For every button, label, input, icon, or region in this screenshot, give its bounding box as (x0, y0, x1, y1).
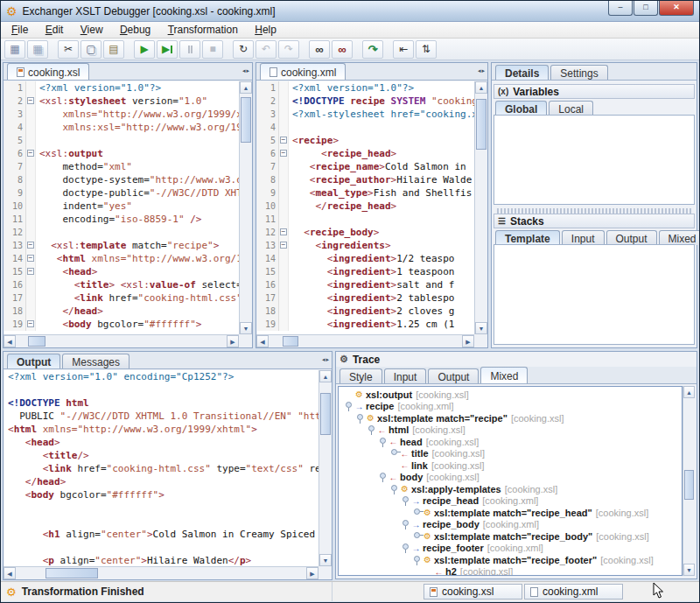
menu-help[interactable]: Help (248, 22, 284, 38)
code-line[interactable]: 4 xmlns:xsl="http://www.w3.org/1999 (4, 121, 239, 134)
tab-trace-input[interactable]: Input (384, 368, 427, 383)
restart-icon[interactable]: ↻ (233, 40, 254, 59)
code-line[interactable]: 1<?xml version="1.0"?> (257, 81, 474, 95)
scroll-left-arrow[interactable]: ◀ (256, 335, 269, 347)
trace-row[interactable]: →recipe_head[cooking.xml] (339, 495, 682, 508)
tab-cooking-xml[interactable]: cooking.xml (260, 63, 346, 80)
trace-row[interactable]: ←body[cooking.xsl] (339, 472, 682, 484)
code-line[interactable]: 19 <ingredient>1.25 cm (1 (257, 318, 474, 331)
stacks-list[interactable] (494, 244, 695, 345)
trace-row[interactable]: ←head[cooking.xsl] (339, 436, 682, 448)
code-line[interactable]: 6−<xsl:output (4, 147, 239, 160)
code-line[interactable]: 14 <ingredient>1/2 teaspo (257, 252, 474, 265)
code-line[interactable]: 16 <ingredient>salt and f (257, 278, 474, 291)
tree-toggle[interactable] (378, 472, 388, 482)
code-line[interactable]: <?xml version="1.0" encoding="Cp1252"?> (4, 370, 318, 383)
tab-messages[interactable]: Messages (62, 354, 130, 368)
code-line[interactable]: <link href="cooking-html.css" type="text… (4, 462, 318, 475)
code-line[interactable]: <title/> (4, 449, 318, 462)
fold-toggle[interactable]: − (26, 239, 36, 252)
tab-stack-mixed[interactable]: Mixed (659, 230, 700, 245)
trace-row[interactable]: ⚙xsl:apply-templates[cooking.xsl] (339, 483, 682, 495)
code-line[interactable]: <head> (4, 436, 318, 449)
trace-row[interactable]: →recipe_footer[cooking.xml] (339, 543, 682, 555)
trace-vertical-scrollbar[interactable]: ▲ ▼ (682, 386, 695, 576)
code-line[interactable]: 11 (257, 213, 474, 226)
code-line[interactable]: <html xmlns="http://www.w3.org/1999/xhtm… (4, 423, 318, 436)
code-line[interactable]: </head> (4, 475, 318, 488)
fold-toggle[interactable]: − (279, 134, 289, 147)
docbar-cooking-xml[interactable]: cooking.xml (524, 584, 623, 599)
code-line[interactable]: 16 <title> <xsl:value-of select= (4, 278, 239, 291)
code-line[interactable]: 7 method="xml" (4, 160, 239, 173)
code-line[interactable] (4, 515, 318, 528)
goto-icon[interactable]: ⇤ (393, 40, 414, 59)
code-line[interactable]: 12− <recipe_body> (257, 226, 474, 239)
fold-toggle[interactable]: − (279, 147, 289, 160)
fold-toggle[interactable]: − (26, 252, 36, 265)
fold-toggle[interactable]: − (26, 318, 36, 331)
menu-edit[interactable]: Edit (38, 22, 71, 38)
tree-toggle[interactable] (401, 543, 410, 553)
tab-details[interactable]: Details (495, 65, 549, 80)
variables-list[interactable] (494, 115, 695, 205)
tab-style[interactable]: Style (340, 368, 382, 383)
scroll-left-arrow[interactable]: ◀ (4, 335, 16, 347)
minimize-button[interactable]: – (608, 1, 633, 16)
find-trace-icon[interactable]: ∞ (332, 40, 353, 59)
code-line[interactable]: 9 doctype-public="-//W3C//DTD XHTM (4, 186, 239, 200)
code-line[interactable]: 4 (257, 121, 474, 134)
code-line[interactable] (4, 501, 318, 515)
scroll-up-arrow[interactable]: ▲ (240, 81, 252, 94)
code-line[interactable]: 5−<recipe> (257, 134, 474, 147)
code-line[interactable]: <body bgcolor="#ffffff"> (4, 488, 318, 501)
scroll-right-arrow[interactable]: ▶ (227, 335, 239, 347)
code-line[interactable]: PUBLIC "-//W3C//DTD XHTML 1.0 Transition… (4, 410, 318, 423)
stop-icon[interactable]: ■ (202, 40, 223, 59)
output-vertical-scrollbar[interactable]: ▲ ▼ (318, 370, 332, 566)
tab-scroll-arrows[interactable]: ◂▸ (478, 67, 486, 74)
code-line[interactable]: 10 indent="yes" (4, 200, 239, 213)
code-line[interactable]: 6− <recipe_head> (257, 147, 474, 160)
menu-debug[interactable]: Debug (113, 22, 158, 38)
synchronize-icon[interactable]: ⇅ (416, 40, 437, 59)
tree-toggle[interactable] (389, 484, 399, 494)
scroll-up-arrow[interactable]: ▲ (319, 370, 332, 382)
code-line[interactable]: 14− <html xmlns="http://www.w3.org/1 (4, 252, 239, 265)
tree-toggle[interactable] (344, 401, 354, 411)
code-line[interactable]: <!DOCTYPE html (4, 396, 318, 410)
code-line[interactable]: 2<!DOCTYPE recipe SYSTEM "cooking (257, 95, 474, 108)
code-line[interactable]: 11 encoding="iso-8859-1" /> (4, 213, 239, 226)
scroll-right-arrow[interactable]: ▶ (306, 567, 318, 579)
paste-icon[interactable]: ▤ (103, 40, 124, 59)
menu-view[interactable]: View (74, 22, 110, 38)
code-line[interactable]: <h1 align="center">Cold Salmon in Creamy… (4, 528, 318, 541)
code-line[interactable]: 15− <head> (4, 265, 239, 278)
code-line[interactable]: 13− <xsl:template match="recipe"> (4, 239, 239, 252)
tree-toggle[interactable] (412, 508, 422, 518)
code-line[interactable]: 13− <ingredients> (257, 239, 474, 252)
scrollbar-thumb[interactable] (46, 568, 98, 578)
scroll-up-arrow[interactable]: ▲ (475, 81, 487, 94)
xsl-code-editor[interactable]: 1<?xml version="1.0"?>2−<xsl:stylesheet … (4, 81, 239, 334)
trace-row[interactable]: ⚙xsl:template match="recipe"[cooking.xsl… (339, 412, 682, 424)
scrollbar-thumb[interactable] (684, 470, 694, 500)
tree-toggle[interactable] (378, 437, 388, 447)
scroll-right-arrow[interactable]: ▶ (462, 335, 474, 347)
run-to-end-icon[interactable]: ▶ (157, 40, 178, 59)
code-line[interactable] (4, 383, 318, 396)
docbar-cooking-xsl[interactable]: cooking.xsl (424, 584, 522, 599)
trace-row[interactable]: ⚙xsl:template match="recipe_body"[cookin… (339, 530, 682, 543)
trace-row[interactable]: →recipe_body[cooking.xml] (339, 519, 682, 531)
save-all-icon[interactable]: ▦ (27, 40, 48, 59)
code-line[interactable]: 9 <meal_type>Fish and Shellfis (257, 186, 474, 200)
code-line[interactable]: 18 <ingredient>2 cloves g (257, 305, 474, 318)
fold-toggle[interactable]: − (26, 265, 36, 278)
scrollbar-thumb[interactable] (476, 99, 486, 150)
tab-stack-input[interactable]: Input (562, 230, 605, 245)
xml-vertical-scrollbar[interactable]: ▲ ▼ (474, 81, 487, 334)
code-line[interactable]: 19− <body bgcolor="#ffffff"> (4, 318, 239, 331)
tab-trace-output[interactable]: Output (428, 368, 479, 383)
xml-code-editor[interactable]: 1<?xml version="1.0"?>2<!DOCTYPE recipe … (257, 81, 474, 334)
scroll-down-arrow[interactable]: ▼ (240, 322, 252, 334)
